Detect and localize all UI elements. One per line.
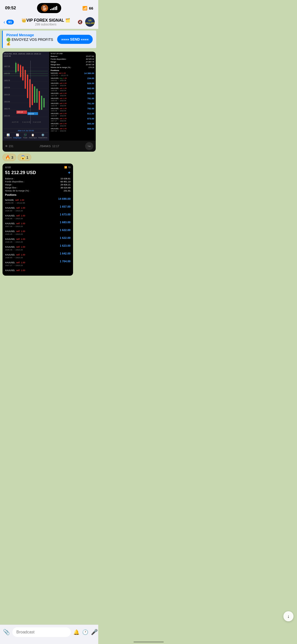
svg-rect-25: [27, 75, 28, 98]
position-row-11: XAUUSD, sell 1.00 865.00 1927.19 → 1918.…: [51, 122, 94, 127]
position-row-4: XAUUSD, sell 1.00 842.00 1926.96 → 1918.…: [51, 87, 94, 91]
forward-button-1[interactable]: ↪: [85, 142, 93, 150]
svg-text:1924.25: 1924.25: [4, 94, 10, 95]
svg-rect-31: [41, 96, 42, 110]
position-row-9: XAUUSD, sell 1.00 811.00 1926.65 → 1918.…: [51, 112, 94, 117]
svg-rect-17: [15, 63, 17, 72]
svg-text:1925.75: 1925.75: [4, 80, 10, 81]
ts-trade-4: XAUUSD, sell 1.00 1 683.00 1927.06 → 191…: [5, 221, 71, 228]
ts-trade-5: XAUUSD, sell 1.00 1 622.00 1926.45 → 191…: [5, 229, 71, 235]
svg-text:6 Jul 13:45: 6 Jul 13:45: [33, 121, 41, 123]
chart-header-text: XAUUSD, M15, 1925.81 1926.21 1918.12 191…: [4, 53, 48, 57]
pinned-content: 🟢 ENVOYEZ VOS PROFITS 💰: [6, 38, 57, 46]
position-row-10: XAUUSD, sell 1.00 873.00 1927.27 → 1918.…: [51, 117, 94, 122]
ts-trade-3: XAUUSD, sell 1.00 1 673.00 1926.96 → 191…: [5, 213, 71, 220]
svg-text:1923.50: 1923.50: [4, 101, 10, 103]
channel-name: 👑VIP FOREX SIGNAL 🗂️: [14, 18, 78, 23]
svg-rect-32: [43, 98, 45, 107]
position-row-5: XAUUSD, sell 1.00 852.00 1927.06 → 1918.…: [51, 92, 94, 96]
total-amount-2: 51 212.29 USD +: [5, 170, 71, 175]
svg-rect-28: [34, 86, 35, 103]
channel-info: 👑VIP FOREX SIGNAL 🗂️ 299 subscribers: [14, 18, 78, 26]
wifi-icon: 📶: [82, 6, 87, 11]
svg-rect-29: [36, 89, 38, 103]
plus-icon: +: [68, 170, 71, 175]
channel-avatar[interactable]: USDOLLARS: [85, 17, 95, 27]
pinned-message-bar[interactable]: Pinned Message 🟢 ENVOYEZ VOS PROFITS 💰 »…: [2, 30, 96, 48]
status-right: 📶 66: [82, 6, 93, 11]
svg-text:Jul 07:45: Jul 07:45: [12, 121, 19, 123]
shock-count: 1: [26, 155, 28, 159]
reactions-row: 🔥 3 😱 1: [3, 154, 96, 161]
position-row-8: XAUUSD, sell 1.00 792.00 1926.46 → 1918.…: [51, 107, 94, 112]
position-row-3: XAUUSD, sell 1.00 826.00 1926.80 → 1918.…: [51, 82, 94, 86]
svg-text:1922.75: 1922.75: [4, 108, 10, 110]
dog-avatar-icon: 🐕: [41, 5, 48, 12]
status-time: 09:52: [5, 6, 16, 11]
status-bar: 09:52 🐕 📶 66: [0, 0, 98, 15]
price-chart: 1927.25 1926.50 1925.75 1925.00 1924.25 …: [4, 58, 48, 129]
back-button[interactable]: ‹ 91: [4, 19, 14, 25]
chat-area: XAUUSD, M15, 1925.81 1926.21 1918.12 191…: [0, 50, 98, 305]
status-center-pill: 🐕: [37, 3, 61, 13]
svg-text:1922.00: 1922.00: [4, 115, 10, 117]
inner-time: 12:22: [5, 166, 11, 169]
cotations-nav[interactable]: 📊 Cotations: [4, 134, 12, 139]
eye-icon: 👁: [5, 145, 8, 148]
historique-nav[interactable]: 📋 Historique: [29, 134, 37, 139]
graphique-nav[interactable]: 📈 Graphique: [13, 134, 21, 139]
ts-trade-6: XAUUSD, sell 1.00 1 622.00 1926.45 → 191…: [5, 236, 71, 243]
fire-reaction[interactable]: 🔥 3: [3, 154, 16, 161]
mute-icon[interactable]: 🔇: [78, 20, 83, 24]
position-row-1: NAS100, sell 1.00 14 380.00 15259.55 → 1…: [51, 72, 94, 76]
message-bubble-2: 12:22 📶 72 51 212.29 USD + Balance : 15 …: [3, 164, 73, 276]
subscriber-count: 299 subscribers: [14, 23, 78, 26]
message-bubble-1: XAUUSD, M15, 1925.81 1926.21 1918.12 191…: [3, 52, 96, 152]
chart-bottom-nav: 📊 Cotations 📈 Graphique 💱 Trade 📋 Histor…: [4, 132, 48, 140]
inner-battery: 72: [68, 166, 71, 169]
send-profits-button[interactable]: »»»» SEND ««««: [57, 35, 93, 44]
svg-rect-27: [32, 84, 33, 105]
nav-actions: 🔇 USDOLLARS: [78, 17, 95, 27]
trading-screenshot-1: XAUUSD, M15, 1925.81 1926.21 1918.12 191…: [3, 52, 96, 141]
trade-nav[interactable]: 💱 Trade: [23, 134, 27, 139]
svg-rect-24: [25, 70, 26, 89]
svg-text:1919.93: 1919.93: [28, 113, 34, 115]
ts-trade-1: NAS100, sell 1.00 14 690.00 15259.55 → 1…: [5, 197, 71, 204]
inner-wifi-icon: 📶: [64, 166, 67, 169]
position-row-2: XAUUSD, buy 1.00 234.00 1916.01 → 1918.3…: [51, 77, 94, 81]
position-row-6: XAUUSD, sell 1.00 791.00 1926.45 → 1918.…: [51, 97, 94, 102]
shock-reaction[interactable]: 😱 1: [18, 154, 31, 161]
svg-text:1920.19: 1920.19: [17, 111, 23, 113]
message-time-1: 12:17: [52, 145, 59, 148]
trading-screenshot-2: 12:22 📶 72 51 212.29 USD + Balance : 15 …: [3, 164, 73, 276]
svg-rect-30: [39, 91, 40, 110]
fire-count: 3: [11, 155, 13, 159]
message-footer-1: 👁 231 J'BANKS 12:17 ↪: [3, 141, 96, 152]
go-to-date: Aller à 4 Jul 20:00: [4, 129, 48, 132]
svg-text:6 Jul 10:45: 6 Jul 10:45: [22, 121, 30, 123]
ts-trade-2: XAUUSD, sell 1.00 1 657.00 1926.80 → 191…: [5, 205, 71, 212]
nav-bar: ‹ 91 👑VIP FOREX SIGNAL 🗂️ 299 subscriber…: [0, 15, 98, 29]
svg-text:1925.00: 1925.00: [4, 87, 10, 88]
inner-status-bar: 12:22 📶 72: [5, 166, 71, 169]
ts-trade-10: XAUUSD, sell 1.00: [5, 268, 71, 272]
view-count: 👁 231: [5, 145, 13, 148]
svg-text:1927.25: 1927.25: [4, 66, 10, 67]
positions-panel: 52 017.25 USD Balance : 15 677.81 Fonds …: [49, 52, 96, 141]
back-arrow-icon: ‹: [4, 19, 5, 25]
parametres-nav[interactable]: ⚙️ Paramètres: [38, 134, 47, 139]
sender-name: J'BANKS: [39, 145, 51, 148]
position-row-7: XAUUSD, sell 1.00 791.00 1926.45 → 1918.…: [51, 102, 94, 107]
pinned-label: Pinned Message: [6, 33, 57, 37]
fire-emoji: 🔥: [5, 155, 10, 160]
unread-badge: 91: [6, 20, 14, 24]
ts-trade-7: XAUUSD, sell 1.00 1 623.00 1926.46 → 191…: [5, 244, 71, 251]
ts-trade-8: XAUUSD, sell 1.00 1 642.00 1926.65 → 191…: [5, 252, 71, 259]
position-row-12: XAUUSD, sell 1.00 858.00 1927.12 → 1918.…: [51, 127, 94, 132]
battery-label: 66: [89, 6, 93, 10]
svg-rect-26: [29, 79, 30, 108]
positions-label-2: Positions: [5, 194, 71, 196]
chart-panel: XAUUSD, M15, 1925.81 1926.21 1918.12 191…: [3, 52, 49, 141]
ts-trade-9: XAUUSD, sell 1.00 1 704.00 1927.27 → 191…: [5, 260, 71, 267]
